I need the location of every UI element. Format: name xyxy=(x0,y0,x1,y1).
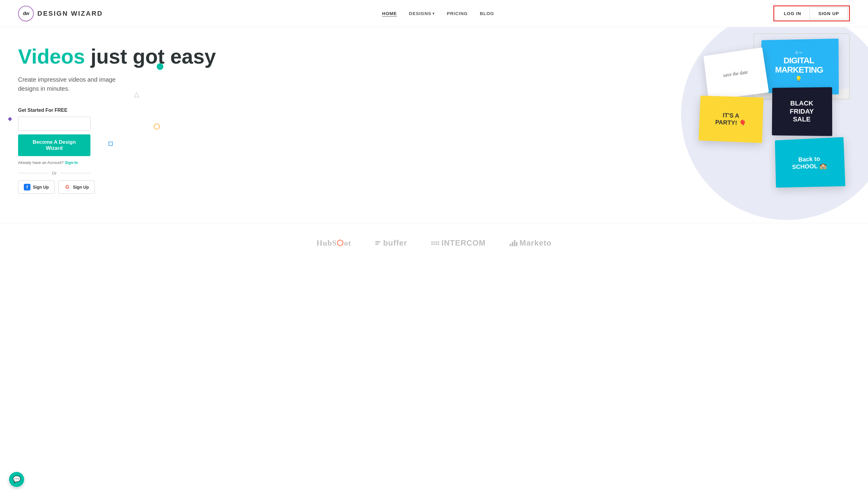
divider-line-right xyxy=(60,173,90,173)
logo-area[interactable]: dw DESIGN WIZARD xyxy=(18,6,103,21)
hero-subtitle: Create impressive videos and image desig… xyxy=(18,75,133,93)
card-back-to-school: Back toSCHOOL 🏫 xyxy=(775,137,846,188)
header: dw DESIGN WIZARD HOME DESIGNS ▾ PRICING … xyxy=(0,0,868,27)
card-digital-marketing: ⚙ ✏ DIGITALMARKETING 💡 xyxy=(760,38,839,94)
card-black-friday: BLACKFRIDAYSALE xyxy=(772,87,832,136)
signup-button[interactable]: SIGN UP xyxy=(809,7,848,19)
back-school-text: Back toSCHOOL 🏫 xyxy=(792,155,827,171)
hero-right: ⚙ ✏ DIGITALMARKETING 💡 save the date IT'… xyxy=(477,27,868,223)
party-text: IT'S APARTY! 🎈 xyxy=(715,111,747,127)
buffer-icon xyxy=(375,241,381,245)
digital-marketing-title: DIGITALMARKETING xyxy=(775,56,823,75)
chevron-down-icon: ▾ xyxy=(433,12,435,16)
main-nav: HOME DESIGNS ▾ PRICING BLOG xyxy=(382,11,494,16)
diamond-decoration xyxy=(8,117,12,121)
google-icon: G xyxy=(64,184,71,190)
card-save-the-date: save the date xyxy=(703,47,769,100)
logo-circle: dw xyxy=(18,6,34,21)
black-friday-text: BLACKFRIDAYSALE xyxy=(790,99,814,124)
square-decoration xyxy=(108,142,113,146)
hero-section: △ Videos just got easy Create impressive… xyxy=(0,27,868,223)
intercom-icon xyxy=(431,242,439,245)
nav-home[interactable]: HOME xyxy=(382,11,397,16)
sign-in-link[interactable]: Sign-In xyxy=(65,160,78,165)
save-date-text: save the date xyxy=(718,64,754,83)
brand-hubspot: HubS⬡ot xyxy=(316,238,351,248)
or-divider: Or xyxy=(18,171,90,176)
brand-marketo: Marketo xyxy=(510,238,552,248)
design-cards-container: ⚙ ✏ DIGITALMARKETING 💡 save the date IT'… xyxy=(477,27,868,223)
logo-text: DESIGN WIZARD xyxy=(37,10,103,17)
social-signup-buttons: f Sign Up G Sign Up xyxy=(18,181,459,194)
login-button[interactable]: LOG IN xyxy=(775,8,810,19)
hero-title: Videos just got easy xyxy=(18,45,459,68)
facebook-signup-label: Sign Up xyxy=(33,185,49,189)
hero-title-rest: just got easy xyxy=(85,45,216,68)
hero-left: △ Videos just got easy Create impressive… xyxy=(0,27,477,223)
brand-buffer: buffer xyxy=(375,238,407,248)
nav-blog[interactable]: BLOG xyxy=(480,11,494,16)
triangle-decoration: △ xyxy=(134,90,139,98)
facebook-icon: f xyxy=(24,184,30,190)
email-input[interactable] xyxy=(18,117,90,131)
facebook-signup-button[interactable]: f Sign Up xyxy=(18,181,55,194)
google-signup-label: Sign Up xyxy=(73,185,89,189)
circle-outline-decoration xyxy=(154,124,160,129)
already-account-text: Already have an Account? Sign-In xyxy=(18,160,459,165)
divider-line-left xyxy=(18,173,48,173)
google-signup-button[interactable]: G Sign Up xyxy=(58,181,95,194)
or-text: Or xyxy=(52,171,57,176)
hero-title-highlight: Videos xyxy=(18,45,85,68)
marketo-icon xyxy=(510,240,517,246)
become-design-wizard-button[interactable]: Become A Design Wizard xyxy=(18,135,90,156)
brand-intercom: INTERCOM xyxy=(431,238,486,248)
nav-designs[interactable]: DESIGNS ▾ xyxy=(409,11,435,16)
get-started-label: Get Started For FREE xyxy=(18,108,459,113)
auth-buttons-container: LOG IN SIGN UP xyxy=(773,5,850,21)
brands-section: HubS⬡ot buffer INTERCOM Marketo xyxy=(0,223,868,263)
nav-pricing[interactable]: PRICING xyxy=(447,11,468,16)
card-party: IT'S APARTY! 🎈 xyxy=(699,95,763,143)
